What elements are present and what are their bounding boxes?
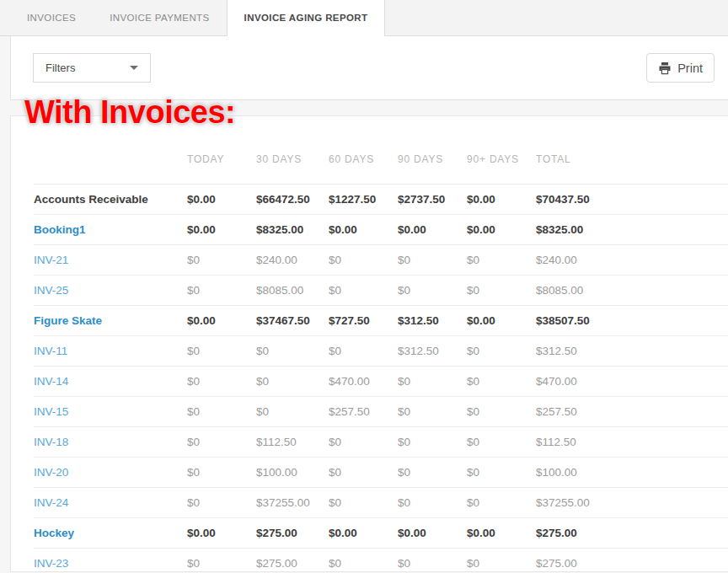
table-row-inv-18: INV-18$0$112.50$0$0$0$112.50 — [34, 427, 728, 458]
amount-cell-90-days: $0 — [398, 488, 467, 518]
column-header-label — [34, 116, 187, 185]
amount-cell-90plus-days: $0 — [467, 458, 536, 488]
row-label-cell: INV-20 — [34, 458, 187, 488]
amount-cell-90plus-days: $0 — [467, 427, 536, 458]
table-row-inv-25: INV-25$0$8085.00$0$0$0$8085.00 — [34, 276, 728, 306]
table-header-row: TODAY30 DAYS60 DAYS90 DAYS90+ DAYSTOTAL — [34, 116, 728, 185]
amount-cell-60-days: $0 — [329, 549, 398, 573]
amount-cell-90plus-days: $0.00 — [467, 215, 536, 245]
amount-cell-30-days: $100.00 — [256, 458, 329, 488]
table-row-hockey: Hockey$0.00$275.00$0.00$0.00$0.00$275.00 — [34, 518, 728, 549]
amount-cell-90plus-days: $0 — [467, 488, 536, 518]
column-header-60-days: 60 DAYS — [329, 116, 398, 185]
amount-cell-60-days: $257.50 — [329, 397, 398, 427]
amount-cell-total: $312.50 — [536, 336, 728, 367]
amount-cell-60-days: $470.00 — [329, 367, 398, 397]
table-row-figure-skate: Figure Skate$0.00$37467.50$727.50$312.50… — [34, 306, 728, 336]
invoice-link-inv-14[interactable]: INV-14 — [34, 375, 68, 388]
amount-cell-90plus-days: $0 — [467, 245, 536, 276]
amount-cell-today: $0 — [187, 488, 256, 518]
table-row-inv-15: INV-15$0$0$257.50$0$0$257.50 — [34, 397, 728, 427]
amount-cell-total: $100.00 — [536, 458, 728, 488]
amount-cell-90plus-days: $0 — [467, 276, 536, 306]
print-label: Print — [677, 62, 703, 75]
column-header-30-days: 30 DAYS — [256, 116, 329, 185]
invoice-link-inv-11[interactable]: INV-11 — [34, 345, 67, 357]
amount-cell-today: $0 — [187, 458, 256, 488]
row-label-cell: INV-24 — [34, 488, 187, 518]
amount-cell-30-days: $0 — [256, 397, 329, 427]
amount-cell-30-days: $8085.00 — [256, 276, 329, 306]
amount-cell-60-days: $0 — [329, 276, 398, 306]
group-link-hockey[interactable]: Hockey — [34, 527, 74, 539]
amount-cell-total: $8085.00 — [536, 276, 728, 306]
tab-bar: INVOICES INVOICE PAYMENTS INVOICE AGING … — [0, 0, 728, 36]
amount-cell-30-days: $37467.50 — [256, 306, 329, 336]
amount-cell-90-days: $0 — [398, 276, 467, 306]
amount-cell-90-days: $2737.50 — [398, 185, 467, 215]
amount-cell-total: $470.00 — [536, 367, 728, 397]
row-label-cell: Accounts Receivable — [34, 185, 187, 215]
amount-cell-total: $37255.00 — [536, 488, 728, 518]
amount-cell-today: $0 — [187, 336, 256, 367]
amount-cell-today: $0.00 — [187, 306, 256, 336]
amount-cell-90plus-days: $0 — [467, 367, 536, 397]
invoice-link-inv-15[interactable]: INV-15 — [34, 405, 68, 418]
summary-label: Accounts Receivable — [34, 193, 148, 206]
amount-cell-today: $0 — [187, 245, 256, 276]
invoice-link-inv-25[interactable]: INV-25 — [34, 284, 68, 297]
table-row-inv-11: INV-11$0$0$0$312.50$0$312.50 — [34, 336, 728, 367]
amount-cell-today: $0.00 — [187, 185, 256, 215]
row-label-cell: INV-11 — [34, 336, 187, 367]
group-link-booking1[interactable]: Booking1 — [34, 223, 86, 236]
table-row-accounts-receivable: Accounts Receivable$0.00$66472.50$1227.5… — [34, 185, 728, 215]
print-button[interactable]: Print — [646, 53, 715, 83]
tab-invoice-payments[interactable]: INVOICE PAYMENTS — [93, 0, 226, 35]
printer-icon — [658, 62, 672, 75]
row-label-cell: Hockey — [34, 518, 187, 549]
amount-cell-60-days: $0.00 — [329, 215, 398, 245]
table-row-inv-20: INV-20$0$100.00$0$0$0$100.00 — [34, 458, 728, 488]
amount-cell-total: $70437.50 — [536, 185, 728, 215]
amount-cell-60-days: $0 — [329, 245, 398, 276]
amount-cell-30-days: $112.50 — [256, 427, 329, 458]
table-row-inv-23: INV-23$0$275.00$0$0$0$275.00 — [34, 549, 728, 573]
tab-invoices[interactable]: INVOICES — [10, 0, 93, 35]
column-header-today: TODAY — [187, 116, 256, 185]
invoice-link-inv-18[interactable]: INV-18 — [34, 436, 68, 448]
amount-cell-60-days: $0 — [329, 488, 398, 518]
amount-cell-total: $275.00 — [536, 549, 728, 573]
group-link-figure-skate[interactable]: Figure Skate — [34, 314, 102, 327]
amount-cell-60-days: $0 — [329, 336, 398, 367]
amount-cell-30-days: $37255.00 — [256, 488, 329, 518]
amount-cell-90plus-days: $0.00 — [467, 185, 536, 215]
amount-cell-90-days: $0 — [398, 245, 467, 276]
row-label-cell: INV-18 — [34, 427, 187, 458]
report-panel: TODAY30 DAYS60 DAYS90 DAYS90+ DAYSTOTAL … — [10, 115, 728, 572]
row-label-cell: Figure Skate — [34, 306, 187, 336]
invoice-link-inv-23[interactable]: INV-23 — [34, 557, 68, 570]
amount-cell-30-days: $240.00 — [256, 245, 329, 276]
row-label-cell: INV-15 — [34, 397, 187, 427]
table-row-inv-24: INV-24$0$37255.00$0$0$0$37255.00 — [34, 488, 728, 518]
amount-cell-90plus-days: $0 — [467, 336, 536, 367]
amount-cell-today: $0 — [187, 427, 256, 458]
tab-invoice-aging-report[interactable]: INVOICE AGING REPORT — [227, 0, 386, 36]
amount-cell-30-days: $66472.50 — [256, 185, 329, 215]
amount-cell-90plus-days: $0.00 — [467, 518, 536, 549]
invoice-link-inv-21[interactable]: INV-21 — [34, 254, 68, 266]
toolbar: Filters Print — [10, 36, 728, 100]
amount-cell-today: $0 — [187, 367, 256, 397]
chevron-down-icon — [130, 66, 138, 70]
amount-cell-90-days: $0 — [398, 367, 467, 397]
invoice-link-inv-20[interactable]: INV-20 — [34, 466, 68, 479]
row-label-cell: INV-23 — [34, 549, 187, 573]
amount-cell-90-days: $0 — [398, 549, 467, 573]
amount-cell-90plus-days: $0 — [467, 397, 536, 427]
column-header-90-days: 90 DAYS — [398, 116, 467, 185]
table-row-booking1: Booking1$0.00$8325.00$0.00$0.00$0.00$832… — [34, 215, 728, 245]
invoice-link-inv-24[interactable]: INV-24 — [34, 496, 68, 509]
filters-dropdown[interactable]: Filters — [33, 53, 151, 83]
amount-cell-60-days: $727.50 — [329, 306, 398, 336]
amount-cell-90-days: $0 — [398, 427, 467, 458]
